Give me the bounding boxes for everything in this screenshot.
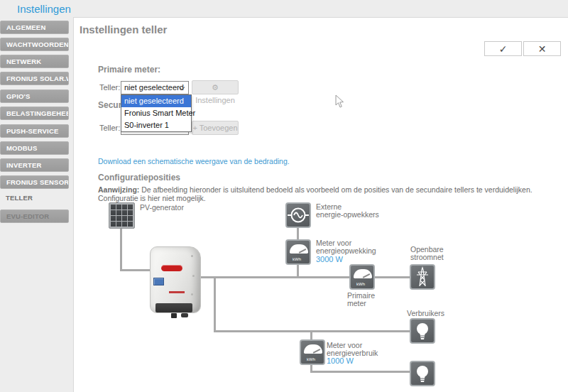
kwh-label: kWh — [301, 357, 321, 361]
pv-panel-icon — [109, 202, 135, 229]
gear-icon: ⚙ — [212, 83, 219, 92]
checkmark-icon: ✓ — [499, 43, 508, 55]
wire-junction-down — [214, 277, 216, 332]
fronius-inverter-image — [150, 246, 202, 319]
sidebar-item-gpios[interactable]: GPIO'S — [0, 89, 69, 103]
mouse-cursor — [335, 94, 345, 111]
secondary-teller-label: Teller: — [99, 124, 120, 132]
cancel-button[interactable]: ✕ — [523, 41, 561, 56]
consumption-meter-value: 1000 W — [327, 356, 354, 365]
kwh-label: kWh — [351, 282, 371, 286]
gauge-face — [290, 244, 308, 254]
config-positions-heading: Configuratieposities — [98, 173, 180, 183]
inverter-model-text — [169, 291, 185, 293]
inverter-connector-panel — [155, 303, 192, 312]
sidebar-item-evu-editor[interactable]: EVU-EDITOR — [0, 209, 69, 223]
consumers-label: Verbruikers — [407, 310, 444, 317]
pv-generator-label: PV-generator — [140, 204, 184, 212]
power-grid-tower-icon — [410, 264, 435, 290]
plus-icon: + — [192, 124, 197, 132]
ac-source-icon — [285, 202, 311, 228]
wire-meter-to-grid — [373, 276, 411, 278]
close-icon: ✕ — [538, 43, 547, 55]
sidebar-item-modbus[interactable]: MODBUS — [0, 141, 69, 155]
sidebar-item-inverter[interactable]: INVERTER — [0, 158, 69, 172]
primary-meter-icon: kWh — [349, 264, 375, 290]
dropdown-option-fronius-smart-meter[interactable]: Fronius Smart Meter — [121, 107, 191, 119]
settings-button[interactable]: ⚙ Instellingen — [192, 80, 239, 94]
sidebar-item-belastingbeheer[interactable]: BELASTINGBEHEER — [0, 107, 69, 120]
teller-dropdown-list: niet geselecteerd Fronius Smart Meter S0… — [121, 94, 192, 132]
consumption-meter-label: Meter voor energieverbruik — [327, 342, 378, 357]
fronius-logo — [161, 265, 182, 271]
sidebar-item-wachtwoorden[interactable]: WACHTWOORDEN — [0, 38, 69, 51]
sidebar-item-teller-active[interactable]: TELLER — [6, 194, 33, 202]
wire-lower-bus — [214, 330, 411, 332]
public-grid-label: Openbare stroomnet — [410, 246, 444, 261]
external-generators-label: Externe energie-opwekkers — [316, 203, 379, 219]
wire-to-second-consumer — [310, 371, 411, 373]
generation-meter-icon: kWh — [285, 239, 311, 265]
dropdown-option-s0-inverter[interactable]: S0-inverter 1 — [121, 119, 191, 131]
add-button-label: Toevoegen — [200, 124, 238, 132]
primary-meter-select-value: niet geselecteerd — [124, 83, 184, 92]
sidebar-item-fronius-sensor-cards[interactable]: FRONIUS SENSOR CARDS — [0, 175, 69, 189]
generation-meter-value: 3000 W — [316, 255, 343, 263]
settings-button-label: Instellingen — [195, 96, 235, 104]
inverter-plug — [171, 313, 177, 318]
consumer-bulb-icon — [410, 318, 435, 344]
sidebar-item-fronius-solar-web[interactable]: FRONIUS SOLAR.WEB — [0, 72, 69, 85]
gauge-face — [354, 269, 372, 278]
gauge-face — [304, 344, 322, 354]
sidebar-item-netwerk[interactable]: NETWERK — [0, 55, 69, 68]
wiring-diagram-link[interactable]: Download een schematische weergave van d… — [98, 157, 290, 165]
sidebar-item-algemeen[interactable]: ALGEMEEN — [0, 21, 69, 34]
inverter-plug — [181, 313, 188, 317]
generation-meter-label: Meter voor energieopwekking — [316, 239, 376, 255]
config-note-text: De afbeelding hieronder is uitsluitend b… — [98, 185, 532, 202]
config-note-label: Aanwijzing: — [98, 185, 139, 194]
sidebar-item-push-service[interactable]: PUSH-SERVICE — [0, 124, 69, 138]
inverter-display — [153, 278, 164, 285]
kwh-label: kWh — [287, 257, 307, 261]
wire-pv-to-inverter — [120, 269, 154, 271]
config-note: Aanwijzing: De afbeelding hieronder is u… — [98, 185, 561, 202]
primary-meter-select[interactable]: niet geselecteerd — [121, 81, 189, 94]
primary-meter-heading: Primaire meter: — [98, 65, 160, 75]
confirm-button[interactable]: ✓ — [484, 41, 522, 56]
content-title: Instellingen teller — [80, 23, 167, 36]
primary-meter-label: Primaire meter — [347, 292, 375, 307]
wire-main-bus — [197, 276, 351, 278]
consumption-meter-icon: kWh — [300, 339, 325, 365]
wire-pv-down — [120, 229, 122, 271]
dropdown-option-niet-geselecteerd[interactable]: niet geselecteerd — [121, 95, 191, 107]
add-button[interactable]: + Toevoegen — [192, 121, 239, 135]
primary-teller-label: Teller: — [99, 83, 120, 92]
consumer-bulb-icon-2 — [410, 361, 435, 386]
page-title: Instellingen — [17, 3, 71, 15]
